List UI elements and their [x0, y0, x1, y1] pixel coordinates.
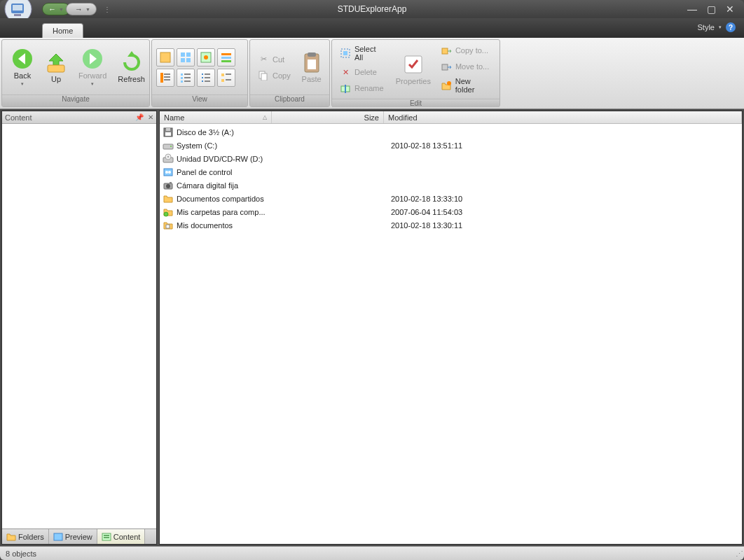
arrow-right-icon: →	[75, 5, 83, 13]
file-row[interactable]: Mis documentos2010-02-18 13:30:11	[160, 218, 742, 232]
copy-to-button[interactable]: Copy to...	[437, 43, 495, 58]
file-modified: 2010-02-18 13:33:10	[387, 195, 742, 203]
svg-rect-33	[221, 74, 224, 76]
content-icon	[102, 533, 111, 541]
rename-label: Rename	[354, 84, 384, 92]
file-row[interactable]: Documentos compartidos2010-02-18 13:33:1…	[160, 192, 742, 205]
svg-rect-20	[164, 79, 170, 80]
delete-button[interactable]: ✕ Delete	[336, 64, 390, 80]
file-row[interactable]: Mis carpetas para comp...2007-06-04 11:5…	[160, 205, 742, 218]
copy-label: Copy	[273, 71, 291, 80]
forward-button[interactable]: Forward ▾	[74, 46, 111, 89]
view-mode-5[interactable]	[156, 69, 174, 87]
copy-button[interactable]: Copy	[254, 68, 294, 83]
camera-icon	[163, 180, 174, 191]
statusbar: 8 objects ⋰	[0, 546, 744, 560]
new-folder-icon	[441, 80, 452, 91]
col-header-name[interactable]: Name △	[160, 111, 272, 123]
col-header-size[interactable]: Size	[272, 111, 384, 123]
delete-icon: ✕	[340, 66, 351, 78]
col-header-modified[interactable]: Modified	[384, 111, 742, 123]
file-row[interactable]: Panel de control	[160, 165, 742, 178]
refresh-button[interactable]: Refresh	[113, 49, 150, 85]
svg-rect-56	[165, 132, 171, 136]
drive-icon	[163, 140, 174, 151]
refresh-icon	[120, 51, 143, 74]
file-name: Mis documentos	[177, 221, 275, 230]
file-row[interactable]: Cámara digital fija	[160, 178, 742, 192]
svg-rect-3	[14, 14, 21, 16]
panel-tab-folders[interactable]: Folders	[2, 529, 49, 544]
cut-button[interactable]: ✂ Cut	[254, 52, 294, 67]
svg-rect-16	[221, 60, 231, 62]
file-name: Panel de control	[177, 168, 275, 176]
copy-to-label: Copy to...	[455, 46, 488, 55]
file-modified: 2007-06-04 11:54:03	[387, 208, 742, 216]
view-mode-2[interactable]	[177, 48, 195, 66]
rename-button[interactable]: Rename	[336, 80, 390, 96]
svg-rect-29	[202, 77, 203, 78]
chevron-down-icon: ▼	[85, 7, 90, 12]
view-mode-8[interactable]	[217, 69, 235, 87]
properties-icon	[402, 53, 425, 76]
back-label: Back	[14, 71, 31, 80]
window-title: STDUExplorerApp	[338, 4, 407, 14]
view-mode-7[interactable]	[197, 69, 215, 87]
svg-rect-50	[54, 533, 62, 540]
close-button[interactable]: ✕	[726, 4, 734, 15]
svg-rect-38	[261, 74, 267, 80]
minimize-button[interactable]: —	[687, 4, 697, 15]
view-mode-4[interactable]	[217, 48, 235, 66]
close-panel-icon[interactable]: ✕	[148, 113, 153, 121]
new-folder-button[interactable]: New folder	[437, 75, 495, 96]
svg-point-58	[170, 146, 172, 147]
back-button[interactable]: Back ▾	[6, 46, 39, 89]
folder-icon	[6, 533, 16, 541]
svg-rect-11	[186, 58, 191, 62]
file-name: System (C:)	[177, 141, 275, 150]
svg-rect-28	[205, 74, 210, 75]
view-mode-1[interactable]	[156, 48, 174, 66]
svg-rect-67	[170, 182, 172, 183]
maximize-button[interactable]: ▢	[707, 4, 716, 15]
svg-point-63	[165, 171, 168, 174]
paste-button[interactable]: Paste	[296, 49, 328, 85]
svg-rect-41	[308, 59, 316, 69]
file-name: Documentos compartidos	[177, 195, 275, 203]
ribbon: Back ▾ Up Forward ▾ Refresh Navigate	[0, 38, 744, 109]
help-icon[interactable]: ?	[726, 22, 736, 32]
rename-icon	[340, 83, 351, 94]
pin-icon[interactable]: 📌	[135, 113, 144, 121]
paste-label: Paste	[302, 75, 322, 83]
panel-tab-content[interactable]: Content	[97, 529, 146, 544]
properties-button[interactable]: Properties	[391, 51, 436, 88]
titlebar-forward-button[interactable]: → ▼	[66, 3, 97, 15]
view-mode-6[interactable]	[177, 69, 195, 87]
svg-rect-53	[104, 537, 109, 538]
svg-rect-40	[308, 52, 316, 57]
svg-rect-43	[343, 51, 347, 55]
tab-home[interactable]: Home	[42, 23, 83, 38]
chevron-down-icon: ▾	[21, 81, 24, 87]
move-to-button[interactable]: Move to...	[437, 59, 495, 74]
svg-point-49	[447, 81, 451, 85]
svg-rect-55	[166, 128, 170, 131]
file-row[interactable]: System (C:)2010-02-18 13:51:11	[160, 139, 742, 152]
chevron-down-icon: ▾	[91, 81, 94, 87]
svg-point-61	[167, 156, 169, 158]
side-panel-title: Content	[5, 113, 32, 122]
style-menu[interactable]: Style	[698, 23, 715, 31]
resize-grip[interactable]: ⋰	[736, 550, 742, 559]
select-all-button[interactable]: Select All	[336, 43, 390, 64]
ribbon-group-view: View	[151, 39, 248, 107]
up-button[interactable]: Up	[40, 49, 72, 85]
column-headers: Name △ Size Modified	[160, 111, 742, 124]
cut-icon: ✂	[258, 54, 269, 65]
netfolder-icon	[163, 206, 174, 218]
panel-tab-preview[interactable]: Preview	[49, 529, 97, 544]
side-panel: Content 📌 ✕ Folders Preview Content	[1, 111, 157, 545]
view-mode-3[interactable]	[197, 48, 215, 66]
file-row[interactable]: Unidad DVD/CD-RW (D:)	[160, 152, 742, 165]
file-area: Name △ Size Modified Disco de 3½ (A:)Sys…	[159, 111, 743, 545]
file-row[interactable]: Disco de 3½ (A:)	[160, 125, 742, 139]
